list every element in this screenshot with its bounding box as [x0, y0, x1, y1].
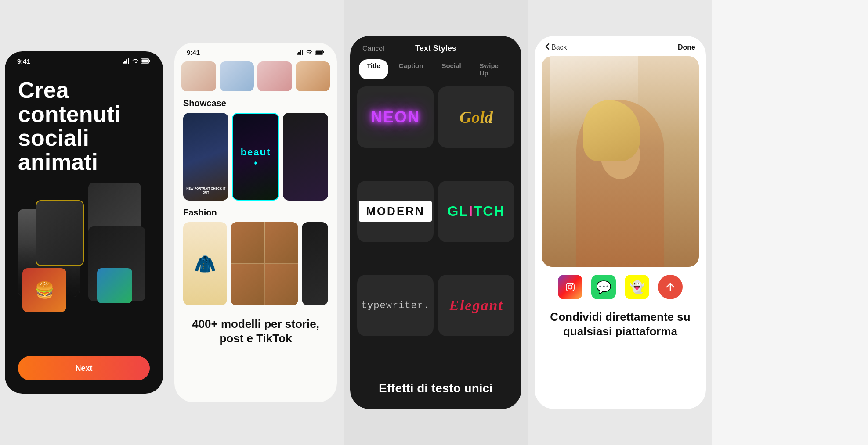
screen3-bottom: Effetti di testo unici [350, 372, 521, 409]
svg-rect-10 [302, 50, 303, 55]
svg-rect-13 [323, 51, 325, 53]
fashion-card-2 [231, 222, 298, 305]
style-card-neon[interactable]: NEON [357, 86, 434, 148]
tab-social[interactable]: Social [434, 59, 469, 79]
fashion-section: Fashion 🧥 [174, 203, 337, 308]
screen2-phone: 9:41 [174, 43, 337, 402]
screen4-nav: Back Done [535, 36, 706, 56]
svg-rect-12 [316, 51, 322, 54]
screen3-tab-bar: Title Caption Social Swipe Up [350, 53, 521, 79]
screen1-phone: 9:41 [5, 51, 163, 394]
elegant-text: Elegant [449, 297, 503, 314]
food-small-card [97, 268, 132, 303]
snapchat-icon: 👻 [629, 280, 645, 294]
screen4-tagline: Condividi direttamente su qualsiasi piat… [545, 310, 695, 338]
style-card-glitch[interactable]: GLiTCH [438, 181, 514, 242]
top-image-2 [220, 61, 254, 91]
girl-photo-bg [542, 56, 699, 267]
screen1-status-icons [123, 57, 151, 65]
svg-rect-6 [149, 60, 151, 62]
screen1-button-area: Next [5, 347, 163, 394]
svg-rect-1 [124, 61, 126, 64]
screen4-phone: Back Done 💬 [535, 36, 706, 409]
card-portrait-text: NEW PORTRAIT CHECK IT OUT [183, 187, 228, 194]
style-card-gold[interactable]: Gold [438, 86, 514, 148]
wifi-icon [132, 57, 139, 65]
burger-card: 🍔 [22, 268, 66, 312]
share-icons-row: 💬 👻 [535, 267, 706, 305]
fashion-grid: 🧥 [183, 222, 328, 305]
fashion-sub-4 [265, 264, 298, 305]
svg-rect-9 [300, 50, 301, 55]
screen3-header: Cancel Text Styles [350, 36, 521, 53]
fashion-sub-1 [231, 222, 264, 263]
style-card-typewriter[interactable]: typewriter. [357, 275, 434, 336]
screen1-time: 9:41 [17, 57, 30, 65]
cancel-button[interactable]: Cancel [362, 45, 384, 53]
screen1-wrapper: 9:41 [0, 0, 168, 445]
fashion-card-1: 🧥 [183, 222, 227, 305]
screen4-wrapper: Back Done 💬 [528, 0, 712, 445]
svg-point-16 [572, 284, 573, 285]
gold-text: Gold [459, 108, 493, 127]
svg-rect-8 [298, 52, 300, 55]
whatsapp-share-button[interactable]: 💬 [591, 275, 616, 299]
screen3-phone: Cancel Text Styles Title Caption Social … [350, 36, 521, 409]
signal-icon [123, 57, 130, 65]
screen4-photo [542, 56, 699, 267]
top-image-1 [181, 61, 216, 91]
svg-rect-0 [123, 62, 124, 64]
beauty-text: beaut ✦ [241, 146, 271, 168]
screen2-wrapper: 9:41 [168, 0, 344, 445]
showcase-grid: NEW PORTRAIT CHECK IT OUT beaut ✦ [183, 113, 328, 201]
showcase-card-3 [283, 113, 328, 201]
more-share-button[interactable] [658, 275, 683, 299]
showcase-card-1: NEW PORTRAIT CHECK IT OUT [183, 113, 228, 201]
fashion-card-3 [302, 222, 328, 305]
chevron-left-icon [545, 43, 550, 52]
showcase-label: Showcase [183, 98, 328, 108]
battery-icon [141, 57, 151, 65]
instagram-share-button[interactable] [558, 275, 582, 299]
tab-title[interactable]: Title [359, 59, 388, 79]
back-button[interactable]: Back [545, 43, 567, 52]
screen2-top-images [174, 59, 337, 94]
screen2-tagline: 400+ modelli per storie, post e TikTok [183, 317, 328, 345]
svg-rect-2 [126, 59, 127, 64]
battery-icon-2 [315, 49, 325, 56]
svg-rect-5 [142, 60, 148, 63]
signal-icon-2 [297, 49, 304, 56]
style-card-modern[interactable]: MODERN [357, 181, 434, 242]
svg-rect-7 [297, 53, 298, 55]
style-card-elegant[interactable]: Elegant [438, 275, 514, 336]
screen3-wrapper: Cancel Text Styles Title Caption Social … [344, 0, 528, 445]
svg-point-15 [568, 285, 572, 289]
tab-swipe-up[interactable]: Swipe Up [472, 59, 513, 79]
wifi-icon-2 [306, 49, 313, 56]
text-styles-grid: NEON Gold MODERN GLiTCH typewriter. Eleg… [350, 79, 521, 372]
next-button[interactable]: Next [18, 356, 150, 380]
fashion-sub-3 [231, 264, 264, 305]
snapchat-share-button[interactable]: 👻 [625, 275, 649, 299]
showcase-card-2: beaut ✦ [232, 113, 279, 201]
typewriter-text: typewriter. [361, 300, 430, 311]
done-button[interactable]: Done [678, 43, 695, 51]
screen2-time: 9:41 [187, 49, 200, 56]
screen1-image-gallery: THENOTE 🍔 [18, 183, 150, 338]
modern-text: MODERN [359, 201, 432, 222]
whatsapp-icon: 💬 [596, 280, 611, 294]
tab-caption[interactable]: Caption [391, 59, 431, 79]
screen2-bottom-text: 400+ modelli per storie, post e TikTok [174, 308, 337, 356]
svg-rect-3 [128, 58, 129, 64]
screen1-headline: Crea contenuti sociali animati [18, 78, 150, 174]
text-styles-title: Text Styles [415, 44, 456, 53]
showcase-section: Showcase NEW PORTRAIT CHECK IT OUT beaut… [174, 94, 337, 203]
top-image-4 [296, 61, 330, 91]
screen1-content: Crea contenuti sociali animati THENOTE 🍔 [5, 65, 163, 347]
screen2-status-icons [297, 49, 325, 56]
fashion-label: Fashion [183, 208, 328, 218]
screen3-tagline: Effetti di testo unici [359, 380, 513, 396]
top-image-3 [257, 61, 292, 91]
neon-text: NEON [371, 108, 420, 126]
image-card-2 [36, 200, 84, 266]
